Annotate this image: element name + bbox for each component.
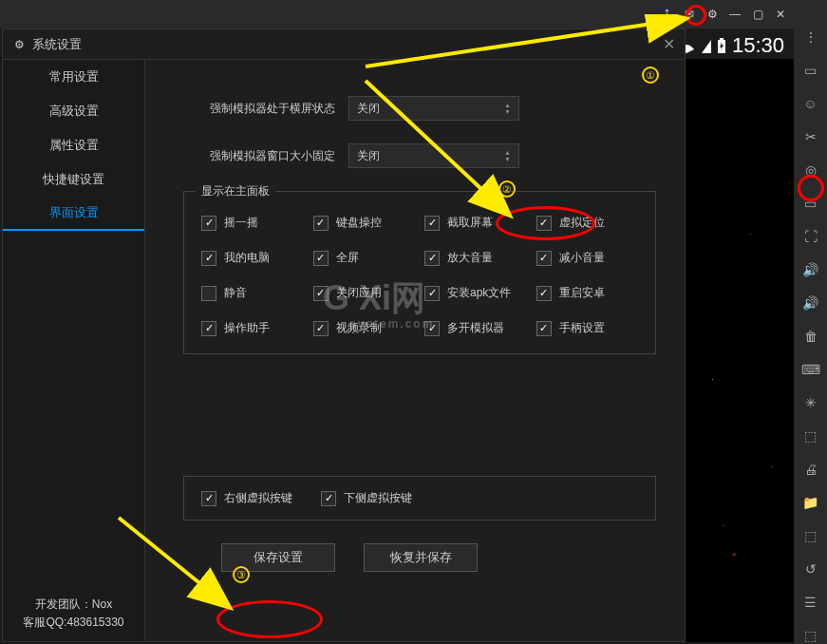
chevron-updown-icon: ▲▼ — [504, 102, 511, 115]
landscape-label: 强制模拟器处于横屏状态 — [183, 101, 335, 117]
checkbox-12[interactable]: 操作助手 — [201, 320, 304, 336]
emulator-side-toolbar: ⋮▭☺✂◎▭⛶🔊🔊🗑⌨✳⬚🖨📁⬚↺☰⬚ — [794, 0, 827, 644]
checkbox-label: 安装apk文件 — [447, 285, 511, 301]
checkbox-14[interactable]: 多开模拟器 — [424, 320, 527, 336]
checkbox-label: 全屏 — [336, 250, 359, 266]
bottom-checkbox-0[interactable]: 右侧虚拟按键 — [201, 490, 292, 506]
checkbox-1[interactable]: 键盘操控 — [313, 215, 416, 231]
checkbox-3[interactable]: 虚拟定位 — [536, 215, 639, 231]
side-tool-15[interactable]: ⬚ — [801, 528, 820, 544]
side-tool-7[interactable]: 🔊 — [801, 261, 820, 277]
checkbox-box[interactable] — [201, 321, 216, 336]
checkbox-box[interactable] — [536, 251, 552, 266]
svg-rect-1 — [720, 38, 724, 40]
checkbox-box[interactable] — [536, 216, 552, 231]
checkbox-7[interactable]: 减小音量 — [536, 250, 639, 266]
checkbox-label: 下侧虚拟按键 — [344, 490, 412, 506]
fieldset-legend: 显示在主面板 — [196, 183, 275, 199]
dialog-title: 系统设置 — [32, 36, 82, 53]
checkbox-8[interactable]: 静音 — [201, 285, 304, 301]
checkbox-15[interactable]: 手柄设置 — [536, 320, 639, 336]
checkbox-label: 键盘操控 — [336, 215, 382, 231]
checkbox-box[interactable] — [424, 286, 440, 301]
checkbox-box[interactable] — [424, 216, 440, 231]
restore-button[interactable]: 恢复并保存 — [364, 543, 478, 572]
checkbox-box[interactable] — [313, 251, 329, 266]
side-tool-13[interactable]: 🖨 — [801, 462, 820, 478]
checkbox-box[interactable] — [201, 251, 216, 266]
maximize-icon[interactable]: ▢ — [750, 7, 765, 22]
checkbox-label: 静音 — [224, 285, 247, 301]
checkbox-9[interactable]: 关闭应用 — [313, 285, 416, 301]
mail-icon[interactable]: ✉ — [682, 7, 697, 22]
side-tool-9[interactable]: 🗑 — [801, 328, 820, 344]
checkbox-11[interactable]: 重启安卓 — [536, 285, 639, 301]
side-tool-12[interactable]: ⬚ — [801, 428, 820, 445]
checkbox-box[interactable] — [424, 251, 440, 266]
checkbox-box[interactable] — [313, 286, 329, 301]
pin-icon[interactable]: ⤴ — [659, 7, 674, 22]
side-tool-18[interactable]: ⬚ — [801, 628, 820, 644]
checkbox-box[interactable] — [313, 321, 329, 336]
side-tool-8[interactable]: 🔊 — [801, 294, 820, 311]
battery-icon — [717, 38, 726, 53]
landscape-select[interactable]: 关闭 ▲▼ — [348, 96, 519, 121]
checkbox-5[interactable]: 全屏 — [313, 250, 416, 266]
side-tool-6[interactable]: ⛶ — [801, 228, 820, 244]
checkbox-label: 多开模拟器 — [447, 320, 504, 336]
emulator-screen — [686, 59, 794, 642]
sidebar-tab-property[interactable]: 属性设置 — [3, 128, 144, 162]
bottom-check-row: 右侧虚拟按键下侧虚拟按键 — [183, 476, 656, 521]
side-tool-5[interactable]: ▭ — [801, 195, 820, 211]
side-tool-14[interactable]: 📁 — [801, 495, 820, 511]
checkbox-box[interactable] — [201, 216, 216, 231]
sidebar-tab-interface[interactable]: 界面设置 — [3, 197, 144, 231]
side-tool-1[interactable]: ▭ — [801, 62, 820, 78]
fixedsize-select[interactable]: 关闭 ▲▼ — [348, 143, 519, 168]
save-button[interactable]: 保存设置 — [221, 543, 335, 572]
sidebar-tab-common[interactable]: 常用设置 — [3, 60, 144, 94]
checkbox-6[interactable]: 放大音量 — [424, 250, 527, 266]
settings-content: 强制模拟器处于横屏状态 关闭 ▲▼ 强制模拟器窗口大小固定 关闭 ▲▼ 显示在主… — [145, 60, 685, 641]
fixedsize-label: 强制模拟器窗口大小固定 — [183, 148, 335, 164]
checkbox-2[interactable]: 截取屏幕 — [424, 215, 527, 231]
checkbox-13[interactable]: 视频录制 — [313, 320, 416, 336]
side-tool-2[interactable]: ☺ — [801, 95, 820, 111]
side-tool-16[interactable]: ↺ — [801, 561, 820, 578]
checkbox-box[interactable] — [536, 286, 552, 301]
checkbox-label: 虚拟定位 — [559, 215, 605, 231]
titlebar: ⤴ ✉ ⚙ — ▢ ✕ — [0, 0, 794, 28]
checkbox-0[interactable]: 摇一摇 — [201, 215, 304, 231]
minimize-icon[interactable]: — — [727, 7, 742, 22]
chevron-updown-icon: ▲▼ — [504, 149, 511, 162]
settings-dialog: ⚙ 系统设置 ✕ 常用设置 高级设置 属性设置 快捷键设置 界面设置 开发团队：… — [2, 28, 686, 642]
side-tool-3[interactable]: ✂ — [801, 128, 820, 144]
checkbox-box[interactable] — [313, 216, 329, 231]
checkbox-box[interactable] — [201, 491, 216, 506]
side-tool-10[interactable]: ⌨ — [801, 361, 820, 377]
checkbox-10[interactable]: 安装apk文件 — [424, 285, 527, 301]
checkbox-label: 手柄设置 — [559, 320, 605, 336]
checkbox-box[interactable] — [424, 321, 440, 336]
close-icon[interactable]: ✕ — [773, 7, 788, 22]
checkbox-4[interactable]: 我的电脑 — [201, 250, 304, 266]
settings-sidebar: 常用设置 高级设置 属性设置 快捷键设置 界面设置 开发团队：Nox 客服QQ:… — [3, 60, 145, 641]
checkbox-box[interactable] — [321, 491, 336, 506]
sidebar-footer: 开发团队：Nox 客服QQ:483615330 — [3, 586, 144, 641]
checkbox-box[interactable] — [536, 321, 552, 336]
dialog-close-button[interactable]: ✕ — [663, 35, 675, 53]
side-tool-4[interactable]: ◎ — [801, 161, 820, 178]
signal-icon — [702, 38, 711, 53]
dev-team: 开发团队：Nox — [12, 596, 135, 614]
side-tool-0[interactable]: ⋮ — [801, 28, 820, 45]
sidebar-tab-advanced[interactable]: 高级设置 — [3, 94, 144, 128]
checkbox-label: 视频录制 — [336, 320, 382, 336]
side-tool-17[interactable]: ☰ — [801, 595, 820, 611]
side-tool-11[interactable]: ✳ — [801, 395, 820, 411]
checkbox-label: 减小音量 — [559, 250, 605, 266]
checkbox-label: 截取屏幕 — [447, 215, 493, 231]
gear-icon[interactable]: ⚙ — [705, 7, 720, 22]
sidebar-tab-shortcut[interactable]: 快捷键设置 — [3, 162, 144, 197]
bottom-checkbox-1[interactable]: 下侧虚拟按键 — [321, 490, 412, 506]
checkbox-box[interactable] — [201, 286, 216, 301]
